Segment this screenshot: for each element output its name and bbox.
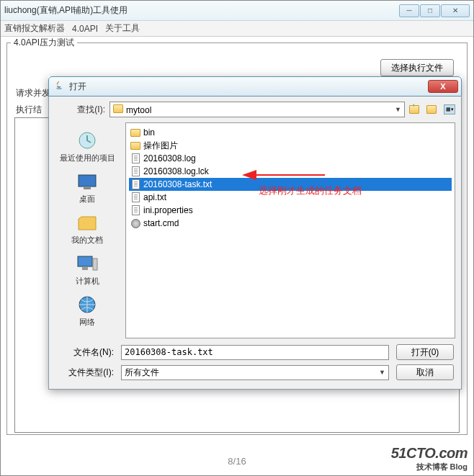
svg-rect-5 xyxy=(82,267,88,270)
dialog-bottom: 文件名(N): 打开(0) 文件类型(I): 所有文件 ▼ 取消 xyxy=(49,338,461,389)
chevron-down-icon: ▼ xyxy=(395,106,401,113)
window-buttons: ─ □ ✕ xyxy=(398,4,470,17)
svg-rect-1 xyxy=(79,175,96,187)
page-number: 8/16 xyxy=(228,456,246,467)
file-icon xyxy=(130,179,140,189)
file-item[interactable]: ini.properties xyxy=(129,204,452,217)
gear-icon xyxy=(130,218,140,228)
select-exec-file-button[interactable]: 选择执行文件 xyxy=(380,59,454,76)
view-mode-icon[interactable]: ▦▾ xyxy=(444,104,455,114)
file-item-label: 20160308.log.lck xyxy=(143,166,209,176)
filetype-dropdown[interactable]: 所有文件 ▼ xyxy=(121,365,389,380)
network-icon xyxy=(75,294,99,315)
file-item[interactable]: bin xyxy=(129,126,452,139)
filename-input[interactable] xyxy=(121,345,389,360)
file-item[interactable]: start.cmd xyxy=(129,217,452,230)
annotation-text: 选择刚才生成的任务文档 xyxy=(259,184,362,197)
file-item-label: 20160308.log xyxy=(143,153,196,163)
menu-api[interactable]: 4.0API xyxy=(72,24,98,34)
svg-rect-2 xyxy=(84,187,91,189)
new-folder-icon[interactable] xyxy=(426,103,439,116)
folder-icon xyxy=(130,127,140,138)
open-button[interactable]: 打开(0) xyxy=(396,344,454,360)
place-computer[interactable]: 计算机 xyxy=(55,250,120,289)
place-documents[interactable]: 我的文档 xyxy=(55,209,120,248)
menu-about[interactable]: 关于工具 xyxy=(105,22,140,35)
java-icon xyxy=(53,81,65,92)
up-folder-icon[interactable]: ↑ xyxy=(409,103,422,116)
file-item-label: api.txt xyxy=(143,192,166,202)
dialog-toolbar: 查找(I): mytool ▼ ↑ ▦▾ xyxy=(49,96,461,122)
window-title: liuchong(直销,API辅助)工具使用 xyxy=(4,4,398,17)
maximize-button[interactable]: □ xyxy=(420,4,440,17)
desktop-icon xyxy=(75,171,99,192)
file-item-label: start.cmd xyxy=(143,218,179,228)
file-item[interactable]: 操作图片 xyxy=(129,139,452,152)
place-network[interactable]: 网络 xyxy=(55,291,120,331)
file-list[interactable]: bin操作图片20160308.log20160308.log.lck20160… xyxy=(125,122,455,338)
file-item-label: bin xyxy=(143,127,155,138)
menubar: 直销报文解析器 4.0API 关于工具 xyxy=(1,21,473,37)
watermark-line1: 51CTO.com xyxy=(391,445,468,462)
file-icon xyxy=(130,166,140,176)
recent-icon xyxy=(75,130,99,151)
dialog-middle: 最近使用的项目 桌面 我的文档 计算机 网络 xyxy=(49,122,461,338)
dialog-close-button[interactable]: X xyxy=(428,80,458,93)
place-recent[interactable]: 最近使用的项目 xyxy=(55,127,120,166)
main-titlebar: liuchong(直销,API辅助)工具使用 ─ □ ✕ xyxy=(1,1,473,21)
lookin-value: mytool xyxy=(126,105,151,115)
file-item-label: 20160308-task.txt xyxy=(143,179,212,189)
svg-rect-4 xyxy=(93,259,97,270)
lookin-label: 查找(I): xyxy=(55,104,105,116)
folder-icon xyxy=(130,140,140,151)
folder-icon xyxy=(113,104,123,113)
cancel-button[interactable]: 取消 xyxy=(396,364,454,380)
close-button[interactable]: ✕ xyxy=(441,4,470,17)
place-desktop[interactable]: 桌面 xyxy=(55,168,120,207)
file-item[interactable]: 20160308.log xyxy=(129,152,452,165)
computer-icon xyxy=(75,253,99,274)
minimize-button[interactable]: ─ xyxy=(399,4,419,17)
watermark-line2: 技术博客 Blog xyxy=(391,462,468,472)
dialog-titlebar: 打开 X xyxy=(48,76,462,96)
menu-parser[interactable]: 直销报文解析器 xyxy=(4,22,65,35)
file-item[interactable]: 20160308.log.lck xyxy=(129,165,452,178)
file-item-label: ini.properties xyxy=(143,205,193,215)
file-icon xyxy=(130,205,140,215)
dialog-body: 查找(I): mytool ▼ ↑ ▦▾ 最近使用的项目 桌面 xyxy=(48,96,462,390)
chevron-down-icon: ▼ xyxy=(379,369,385,376)
open-file-dialog: 打开 X 查找(I): mytool ▼ ↑ ▦▾ 最近使用的项目 桌面 xyxy=(48,76,462,390)
tab-label: 4.0API压力测试 xyxy=(11,37,77,49)
documents-icon xyxy=(75,212,99,233)
file-item-label: 操作图片 xyxy=(143,140,178,152)
watermark: 51CTO.com 技术博客 Blog xyxy=(391,445,468,472)
svg-rect-3 xyxy=(78,256,92,266)
file-icon xyxy=(130,192,140,202)
dialog-title: 打开 xyxy=(69,81,428,93)
file-icon xyxy=(130,153,140,163)
filename-label: 文件名(N): xyxy=(53,346,114,359)
lookin-dropdown[interactable]: mytool ▼ xyxy=(109,102,405,117)
filetype-label: 文件类型(I): xyxy=(53,367,114,379)
places-bar: 最近使用的项目 桌面 我的文档 计算机 网络 xyxy=(49,122,125,338)
